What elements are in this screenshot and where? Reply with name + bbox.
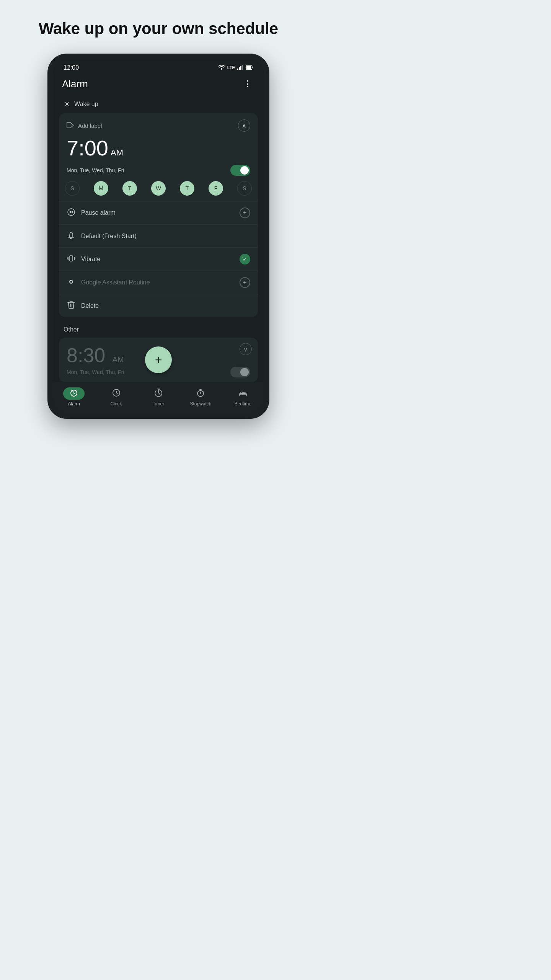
more-options-button[interactable]: ⋮ (240, 77, 255, 90)
alarm-option-assistant-left: Google Assistant Routine (67, 278, 150, 288)
assistant-label: Google Assistant Routine (81, 279, 150, 286)
nav-timer-label: Timer (153, 401, 164, 407)
nav-alarm-icon-wrap (63, 387, 85, 400)
nav-item-stopwatch[interactable]: Stopwatch (179, 386, 222, 408)
add-alarm-fab[interactable]: + (145, 346, 172, 373)
svg-line-12 (71, 208, 72, 208)
nav-item-timer[interactable]: Timer (137, 386, 179, 408)
status-bar: 12:00 LTE (53, 59, 264, 74)
alarm-time-2[interactable]: 8:30 AM (67, 344, 124, 367)
day-circle-mon-1[interactable]: M (94, 181, 108, 196)
svg-rect-9 (70, 211, 71, 213)
vibrate-label: Vibrate (81, 256, 100, 263)
toggle-thumb-2 (240, 368, 249, 376)
add-label-row[interactable]: Add label (67, 122, 102, 129)
delete-icon (67, 301, 76, 311)
day-circle-sun-1[interactable]: S (65, 181, 80, 196)
alarm-option-delete[interactable]: Delete (59, 294, 258, 317)
svg-rect-38 (241, 392, 243, 394)
svg-rect-2 (239, 67, 240, 70)
alarm-toggle-2[interactable] (230, 367, 250, 377)
alarm-ampm-1: AM (111, 148, 123, 158)
alarm-option-vibrate[interactable]: Vibrate ✓ (59, 247, 258, 271)
svg-rect-39 (243, 392, 245, 394)
svg-rect-37 (240, 394, 246, 395)
svg-rect-4 (242, 65, 243, 70)
nav-item-alarm[interactable]: Alarm (53, 386, 95, 408)
pause-alarm-label: Pause alarm (81, 209, 116, 216)
wake-up-label: Wake up (74, 101, 98, 108)
day-circle-fri-1[interactable]: F (209, 181, 223, 196)
alarm-ampm-2: AM (112, 355, 124, 364)
battery-icon (246, 65, 253, 71)
alarm-option-vibrate-left: Vibrate (67, 254, 100, 265)
day-circle-tue-1[interactable]: T (122, 181, 137, 196)
status-time: 12:00 (64, 64, 79, 71)
alarm-card-2-wrapper: 8:30 AM Mon, Tue, Wed, Thu, Fri ∨ (59, 338, 258, 382)
vibrate-check-icon: ✓ (240, 254, 250, 265)
svg-point-20 (70, 280, 70, 281)
nav-alarm-label: Alarm (68, 401, 80, 407)
alarm-nav-icon (70, 389, 78, 399)
alarm-option-ringtone-left: Default (Fresh Start) (67, 231, 137, 241)
screen-content: ☀ Wake up Add label ∧ (53, 96, 264, 382)
nav-bedtime-icon-wrap (232, 387, 254, 400)
alarm-time-row-1[interactable]: 7:00 AM (59, 136, 258, 163)
alarm-option-ringtone[interactable]: Default (Fresh Start) (59, 224, 258, 247)
nav-timer-icon-wrap (148, 387, 169, 400)
svg-rect-13 (70, 256, 73, 261)
alarm-time-1: 7:00 (67, 136, 108, 160)
collapse-button-1[interactable]: ∧ (238, 119, 250, 132)
delete-label: Delete (81, 302, 99, 309)
day-circle-sat-1[interactable]: S (237, 181, 252, 196)
nav-stopwatch-label: Stopwatch (190, 401, 211, 407)
nav-clock-label: Clock (111, 401, 122, 407)
day-circle-thu-1[interactable]: T (180, 181, 194, 196)
toggle-thumb-1 (240, 166, 249, 175)
svg-rect-3 (240, 66, 241, 70)
wifi-icon (218, 64, 225, 71)
pause-alarm-icon (67, 208, 76, 218)
day-circle-wed-1[interactable]: W (151, 181, 166, 196)
lte-icon: LTE (227, 65, 235, 70)
bottom-nav: Alarm Clock (53, 382, 264, 413)
other-section-label: Other (59, 323, 258, 338)
day-circles-1: S M T W T F S (59, 181, 258, 201)
alarm-days-text-2: Mon, Tue, Wed, Thu, Fri (67, 369, 124, 375)
alarm-option-assistant[interactable]: Google Assistant Routine + (59, 271, 258, 294)
svg-rect-7 (246, 66, 251, 69)
phone-inner: 12:00 LTE (53, 59, 264, 413)
status-icons: LTE (218, 64, 253, 71)
nav-clock-icon-wrap (106, 387, 127, 400)
svg-rect-6 (253, 67, 253, 69)
ringtone-icon (67, 231, 76, 241)
clock-nav-icon (112, 389, 121, 399)
assistant-icon (67, 278, 76, 288)
signal-icon (237, 65, 243, 71)
timer-nav-icon (154, 389, 163, 399)
stopwatch-nav-icon (196, 389, 205, 399)
svg-line-36 (203, 391, 204, 392)
alarm-option-delete-left: Delete (67, 301, 99, 311)
alarm-option-pause[interactable]: Pause alarm + (59, 201, 258, 224)
alarm-option-pause-left: Pause alarm (67, 208, 116, 218)
nav-item-clock[interactable]: Clock (95, 386, 137, 408)
nav-item-bedtime[interactable]: Bedtime (222, 386, 264, 408)
assistant-add-icon[interactable]: + (240, 277, 250, 288)
alarm-card-1-header: Add label ∧ (59, 113, 258, 136)
sun-icon: ☀ (64, 100, 70, 109)
alarm-toggle-1[interactable] (230, 165, 250, 176)
pause-alarm-add-icon[interactable]: + (240, 207, 250, 218)
svg-point-0 (221, 68, 222, 70)
svg-point-8 (68, 209, 75, 216)
svg-line-30 (116, 393, 117, 394)
app-title: Alarm (62, 78, 88, 90)
vibrate-icon (67, 254, 76, 265)
add-label-text: Add label (78, 122, 102, 129)
nav-stopwatch-icon-wrap (190, 387, 211, 400)
svg-line-25 (74, 393, 75, 394)
svg-rect-1 (237, 69, 238, 70)
phone-frame: 12:00 LTE (47, 54, 269, 419)
label-tag-icon (67, 122, 74, 129)
alarm-days-text-1: Mon, Tue, Wed, Thu, Fri (67, 167, 124, 173)
